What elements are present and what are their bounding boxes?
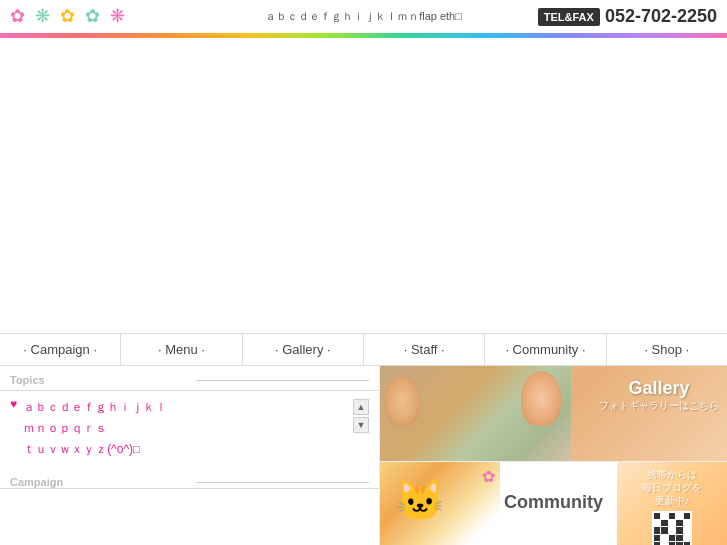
qr-cell [676, 513, 682, 519]
qr-cell [654, 527, 660, 533]
blog-text: 携帯からは毎日ブログを更新中♪ [642, 468, 702, 507]
topic-item-3: ｔｕｖｗｘｙｚ(^o^)□ [23, 439, 347, 460]
topic-link-3[interactable]: ｔｕｖｗｘｙｚ(^o^)□ [23, 442, 140, 456]
nav-menu[interactable]: · Menu · [121, 334, 242, 365]
qr-cell [654, 535, 660, 541]
topics-divider-line [196, 380, 370, 381]
main-banner [0, 38, 727, 333]
topic-link-2[interactable]: ｍｎｏｐｑｒｓ [23, 421, 107, 435]
scroll-down-button[interactable]: ▼ [353, 417, 369, 433]
nav-shop[interactable]: · Shop · [607, 334, 727, 365]
qr-cell [661, 513, 667, 519]
qr-cell [654, 520, 660, 526]
qr-cell [661, 527, 667, 533]
qr-cell [661, 520, 667, 526]
topic-link-1[interactable]: ａｂｃｄｅｆｇｈｉｊｋｌ [23, 400, 167, 414]
bottom-section: Topics ♥ ａｂｃｄｅｆｇｈｉｊｋｌ ｍｎｏｐｑｒｓ ｔｕｖｗｘｙｚ(^o… [0, 366, 727, 545]
topic-item-1: ａｂｃｄｅｆｇｈｉｊｋｌ [23, 397, 347, 418]
campaign-divider-line [196, 482, 370, 483]
topics-title: Topics [10, 374, 184, 386]
topics-header: Topics [0, 374, 379, 391]
qr-cell [669, 535, 675, 541]
qr-cell [676, 520, 682, 526]
tel-label: TEL&FAX [538, 8, 600, 26]
qr-cell [684, 535, 690, 541]
gallery-label: Gallery フォトギャラリーはこちら [599, 378, 719, 413]
qr-cell [661, 535, 667, 541]
navbar: · Campaign · · Menu · · Gallery · · Staf… [0, 333, 727, 366]
gallery-subtitle: フォトギャラリーはこちら [599, 399, 719, 413]
qr-cell [676, 535, 682, 541]
topics-list: ａｂｃｄｅｆｇｈｉｊｋｌ ｍｎｏｐｑｒｓ ｔｕｖｗｘｙｚ(^o^)□ [23, 397, 347, 460]
topics-scroll: ａｂｃｄｅｆｇｈｉｊｋｌ ｍｎｏｐｑｒｓ ｔｕｖｗｘｙｚ(^o^)□ [23, 397, 347, 460]
left-panel: Topics ♥ ａｂｃｄｅｆｇｈｉｊｋｌ ｍｎｏｐｑｒｓ ｔｕｖｗｘｙｚ(^o… [0, 366, 380, 545]
flower-icon-3: ✿ [60, 5, 75, 27]
flower-icon-5: ❋ [110, 5, 125, 27]
nav-campaign[interactable]: · Campaign · [0, 334, 121, 365]
flower-icon-1: ✿ [10, 5, 25, 27]
qr-cell [684, 513, 690, 519]
community-label: Community [504, 492, 603, 513]
qr-cell [669, 527, 675, 533]
campaign-header: Campaign [0, 470, 379, 489]
qr-cell [684, 520, 690, 526]
qr-cell [684, 527, 690, 533]
community-photo [380, 462, 500, 545]
qr-cell [669, 520, 675, 526]
scroll-up-button[interactable]: ▲ [353, 399, 369, 415]
header-flowers: ✿ ❋ ✿ ✿ ❋ [0, 0, 135, 32]
community-right-panel: 携帯からは毎日ブログを更新中♪ [617, 462, 727, 545]
heart-icon: ♥ [10, 397, 17, 460]
right-panel: Gallery フォトギャラリーはこちら Community 携帯からは毎日ブロ… [380, 366, 727, 545]
nav-staff[interactable]: · Staff · [364, 334, 485, 365]
qr-cell [654, 513, 660, 519]
qr-cell [676, 527, 682, 533]
flower-icon-2: ❋ [35, 5, 50, 27]
qr-cell [669, 513, 675, 519]
tel-number: 052-702-2250 [605, 6, 717, 27]
topics-area: ♥ ａｂｃｄｅｆｇｈｉｊｋｌ ｍｎｏｐｑｒｓ ｔｕｖｗｘｙｚ(^o^)□ ▲ ▼ [0, 397, 379, 460]
nav-gallery[interactable]: · Gallery · [243, 334, 364, 365]
header: ✿ ❋ ✿ ✿ ❋ ａｂｃｄｅｆｇｈｉｊｋｌｍｎflap eth□ TEL&FA… [0, 0, 727, 33]
gallery-photo [380, 366, 571, 461]
tel-fax-area: TEL&FAX 052-702-2250 [538, 6, 717, 27]
flower-icon-4: ✿ [85, 5, 100, 27]
scrollbar-area: ▲ ▼ [353, 397, 369, 460]
topic-item-2: ｍｎｏｐｑｒｓ [23, 418, 347, 439]
campaign-title: Campaign [10, 476, 184, 488]
gallery-block[interactable]: Gallery フォトギャラリーはこちら [380, 366, 727, 461]
nav-community[interactable]: · Community · [485, 334, 606, 365]
community-block[interactable]: Community 携帯からは毎日ブログを更新中♪ [380, 461, 727, 545]
header-center-text: ａｂｃｄｅｆｇｈｉｊｋｌｍｎflap eth□ [265, 9, 462, 24]
qr-code [652, 511, 692, 546]
gallery-title: Gallery [599, 378, 719, 399]
